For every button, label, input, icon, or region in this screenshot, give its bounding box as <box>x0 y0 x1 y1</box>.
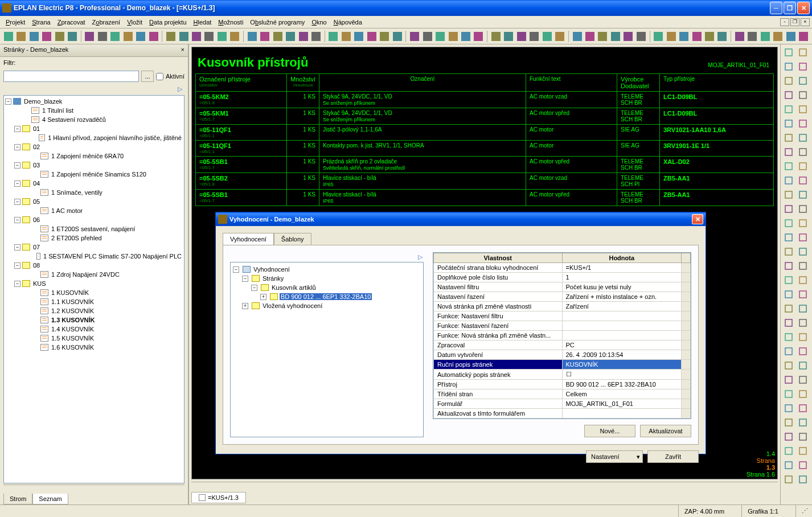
menu-vlozit[interactable]: Vložit <box>124 18 146 27</box>
right-tool-34[interactable] <box>782 288 795 301</box>
right-tool-18[interactable] <box>782 174 795 187</box>
menu-obsluzne[interactable]: Obslužné programy <box>247 18 308 27</box>
property-value[interactable]: =KUS+/1 <box>562 263 682 273</box>
toolbar-button-27[interactable] <box>366 30 378 43</box>
tree-node[interactable]: −03 <box>5 161 183 170</box>
right-tool-4[interactable] <box>782 74 795 88</box>
right-tool-36[interactable] <box>782 302 795 315</box>
right-tool-30[interactable] <box>782 259 795 273</box>
minimize-button[interactable]: ─ <box>770 2 782 14</box>
tree-node[interactable]: 1 Snímače, ventily <box>5 188 183 197</box>
right-tool-60[interactable] <box>782 473 795 486</box>
toolbar-button-21[interactable] <box>284 30 296 43</box>
property-row[interactable]: Funkce: Nastavení filtru <box>434 311 691 321</box>
toolbar-button-3[interactable] <box>40 30 52 43</box>
toolbar-button-41[interactable] <box>553 30 565 43</box>
tree-root[interactable]: −Demo_blazek <box>5 97 183 106</box>
tree-toggle-icon[interactable]: − <box>14 217 20 223</box>
tree-node[interactable]: −04 <box>5 179 183 188</box>
toolbar-button-45[interactable] <box>609 30 621 43</box>
dialog-tab-sablony[interactable]: Šablony <box>274 233 311 245</box>
property-row[interactable]: Doplňkové pole číslo listu1 <box>434 273 691 282</box>
right-tool-21[interactable] <box>796 188 810 202</box>
menu-hledat[interactable]: Hledat <box>190 18 215 27</box>
right-tool-20[interactable] <box>782 188 795 202</box>
tab-strom[interactable]: Strom <box>3 494 32 504</box>
property-value[interactable] <box>562 331 682 340</box>
right-tool-39[interactable] <box>796 316 810 330</box>
toolbar-button-6[interactable] <box>84 30 96 43</box>
property-row[interactable]: Počáteční strana bloku vyhodnocení=KUS+/… <box>434 263 691 273</box>
tree-toggle-icon[interactable]: − <box>14 144 20 150</box>
menu-zobrazeni[interactable]: Zobrazení <box>89 18 124 27</box>
grid-col-property[interactable]: Vlastnost <box>434 253 563 263</box>
right-tool-22[interactable] <box>782 202 795 216</box>
toolbar-button-15[interactable] <box>203 30 215 43</box>
update-button[interactable]: Aktualizovat <box>640 425 691 437</box>
right-tool-61[interactable] <box>796 473 810 486</box>
right-tool-5[interactable] <box>796 74 810 88</box>
right-tool-10[interactable] <box>782 117 795 130</box>
document-tab[interactable]: =KUS+/1.3 <box>191 492 246 503</box>
dialog-tree-node[interactable]: −Stránky <box>233 274 421 283</box>
tree-node[interactable]: 4 Sestavení rozvaděčů <box>5 115 183 124</box>
toolbar-button-2[interactable] <box>28 30 40 43</box>
right-tool-29[interactable] <box>796 245 810 258</box>
right-tool-59[interactable] <box>796 458 810 472</box>
toolbar-button-28[interactable] <box>379 30 391 43</box>
tree-toggle-icon[interactable]: − <box>14 199 20 205</box>
tree-node[interactable]: −01 <box>5 124 183 133</box>
menu-zpracovat[interactable]: Zpracovat <box>54 18 89 27</box>
property-value[interactable]: ☐ <box>562 370 682 380</box>
toolbar-button-0[interactable] <box>2 30 14 43</box>
right-tool-51[interactable] <box>796 401 810 415</box>
tree-node[interactable]: 1.2 KUSOVNÍK <box>5 306 183 315</box>
toolbar-button-38[interactable] <box>515 30 527 43</box>
right-tool-27[interactable] <box>796 231 810 244</box>
tree-node[interactable]: −08 <box>5 261 183 270</box>
toolbar-button-57[interactable] <box>772 30 784 43</box>
tree-node[interactable]: 1 Titulní list <box>5 106 183 115</box>
toolbar-button-10[interactable] <box>135 30 147 43</box>
toolbar-button-19[interactable] <box>259 30 271 43</box>
right-tool-9[interactable] <box>796 102 810 116</box>
toolbar-button-35[interactable] <box>473 30 485 43</box>
property-row[interactable]: Automatický popis stránek☐ <box>434 370 691 380</box>
tree-toggle-icon[interactable]: + <box>242 303 248 309</box>
toolbar-button-26[interactable] <box>353 30 365 43</box>
dialog-tab-vyhodnoceni[interactable]: Vyhodnocení <box>223 233 274 245</box>
property-row[interactable]: Nastavení filtruPočet kusu je vetsi nuly <box>434 282 691 292</box>
tree-toggle-icon[interactable]: − <box>5 99 11 105</box>
right-tool-25[interactable] <box>796 216 810 230</box>
property-value[interactable]: PC <box>562 340 682 350</box>
menu-napoveda[interactable]: Nápověda <box>330 18 366 27</box>
tree-toggle-icon[interactable]: − <box>14 281 20 287</box>
toolbar-button-44[interactable] <box>597 30 609 43</box>
tree-toggle-icon[interactable]: − <box>251 285 257 291</box>
property-value[interactable]: Počet kusu je vetsi nuly <box>562 282 682 292</box>
property-row[interactable]: Ruční popis stránekKUSOVNÍK <box>434 360 691 370</box>
menu-moznosti[interactable]: Možnosti <box>215 18 247 27</box>
right-tool-26[interactable] <box>782 231 795 244</box>
menu-data-projektu[interactable]: Data projektu <box>146 18 190 27</box>
right-tool-57[interactable] <box>796 444 810 458</box>
tree-toggle-icon[interactable]: − <box>14 162 20 169</box>
tree-node[interactable]: −05 <box>5 197 183 206</box>
toolbar-button-9[interactable] <box>122 30 134 43</box>
tree-node[interactable]: −KUS <box>5 279 183 288</box>
tree-node[interactable]: 1 Zdroj Napájení 24VDC <box>5 270 183 279</box>
toolbar-button-11[interactable] <box>147 30 159 43</box>
tree-toggle-icon[interactable]: − <box>14 126 20 132</box>
toolbar-button-58[interactable] <box>785 30 797 43</box>
right-tool-33[interactable] <box>796 273 810 287</box>
right-tool-28[interactable] <box>782 245 795 258</box>
toolbar-button-30[interactable] <box>408 30 420 43</box>
new-button[interactable]: Nové... <box>584 425 635 437</box>
right-tool-53[interactable] <box>796 416 810 429</box>
property-row[interactable]: Třídění stranCelkem <box>434 389 691 399</box>
toolbar-button-14[interactable] <box>190 30 202 43</box>
toolbar-button-18[interactable] <box>246 30 258 43</box>
property-row[interactable]: Funkce: Nastavení řazení <box>434 321 691 331</box>
tree-node[interactable]: 1.1 KUSOVNÍK <box>5 297 183 306</box>
toolbar-button-46[interactable] <box>622 30 634 43</box>
